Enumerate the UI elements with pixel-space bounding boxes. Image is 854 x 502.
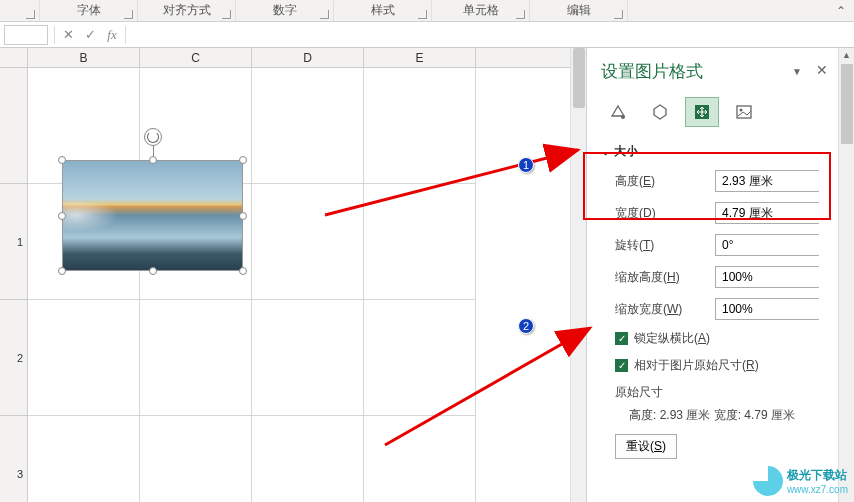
scrollbar-thumb[interactable] <box>841 64 853 144</box>
resize-handle[interactable] <box>58 212 66 220</box>
scale-height-spinner[interactable]: ▲▼ <box>715 266 819 288</box>
size-section-header[interactable]: 大小 <box>601 143 832 160</box>
width-label: 宽度(D) <box>615 205 715 222</box>
watermark-url: www.xz7.com <box>787 484 848 495</box>
scale-height-input[interactable] <box>716 267 854 287</box>
panel-vertical-scrollbar[interactable] <box>838 48 854 502</box>
resize-handle[interactable] <box>239 267 247 275</box>
row-header[interactable]: 2 <box>0 300 28 416</box>
width-input[interactable] <box>716 203 854 223</box>
name-box[interactable] <box>4 25 48 45</box>
annotation-marker-2: 2 <box>518 318 534 334</box>
format-picture-panel: 设置图片格式 ▼ ✕ 大小 高度(E) ▲▼ 宽度(D) ▲▼ 旋转(T) ▲▼ <box>586 48 854 502</box>
row-header[interactable]: 1 <box>0 184 28 300</box>
formula-cancel-button[interactable]: ✕ <box>57 25 79 45</box>
annotation-marker-1: 1 <box>518 157 534 173</box>
lock-aspect-label: 锁定纵横比(A) <box>634 330 710 347</box>
resize-handle[interactable] <box>149 267 157 275</box>
width-spinner[interactable]: ▲▼ <box>715 202 819 224</box>
size-properties-tab-icon[interactable] <box>685 97 719 127</box>
panel-close-button[interactable]: ✕ <box>816 62 828 78</box>
ribbon-group-font: 字体 <box>40 0 138 21</box>
rotation-label: 旋转(T) <box>615 237 715 254</box>
scale-height-label: 缩放高度(H) <box>615 269 715 286</box>
picture-tab-icon[interactable] <box>727 97 761 127</box>
scale-width-label: 缩放宽度(W) <box>615 301 715 318</box>
sheet-vertical-scrollbar[interactable] <box>570 48 586 502</box>
picture-content <box>62 160 243 271</box>
resize-handle[interactable] <box>58 267 66 275</box>
selected-picture[interactable] <box>62 160 243 271</box>
rotation-spinner[interactable]: ▲▼ <box>715 234 819 256</box>
original-size-label: 原始尺寸 <box>601 384 832 401</box>
resize-handle[interactable] <box>239 212 247 220</box>
ribbon-group-labels: 字体 对齐方式 数字 样式 单元格 编辑 ⌃ <box>0 0 854 22</box>
ribbon-group-edit: 编辑 <box>530 0 628 21</box>
relative-original-label: 相对于图片原始尺寸(R) <box>634 357 759 374</box>
resize-handle[interactable] <box>239 156 247 164</box>
relative-original-checkbox[interactable]: ✓ <box>615 359 628 372</box>
column-header[interactable]: D <box>252 48 364 67</box>
resize-handle[interactable] <box>149 156 157 164</box>
watermark: 极光下载站 www.xz7.com <box>753 466 848 496</box>
column-header[interactable]: E <box>364 48 476 67</box>
row-gutter[interactable] <box>0 68 28 184</box>
height-spinner[interactable]: ▲▼ <box>715 170 819 192</box>
select-all-corner[interactable] <box>0 48 28 67</box>
ribbon-group-number: 数字 <box>236 0 334 21</box>
formula-confirm-button[interactable]: ✓ <box>79 25 101 45</box>
panel-options-dropdown[interactable]: ▼ <box>792 66 802 77</box>
row-header[interactable]: 3 <box>0 416 28 502</box>
svg-point-0 <box>621 115 625 119</box>
watermark-logo-icon <box>753 466 783 496</box>
formula-bar: ✕ ✓ fx <box>0 22 854 48</box>
svg-rect-3 <box>737 106 751 118</box>
svg-point-4 <box>740 109 743 112</box>
reset-button[interactable]: 重设(S) <box>615 434 677 459</box>
insert-function-button[interactable]: fx <box>101 25 123 45</box>
height-input[interactable] <box>716 171 854 191</box>
effects-tab-icon[interactable] <box>643 97 677 127</box>
resize-handle[interactable] <box>58 156 66 164</box>
rotation-input[interactable] <box>716 235 854 255</box>
ribbon-group-style: 样式 <box>334 0 432 21</box>
ribbon-group-align: 对齐方式 <box>138 0 236 21</box>
scale-width-input[interactable] <box>716 299 854 319</box>
lock-aspect-checkbox[interactable]: ✓ <box>615 332 628 345</box>
ribbon-group <box>0 0 40 21</box>
original-size-values: 高度: 2.93 厘米 宽度: 4.79 厘米 <box>601 407 832 424</box>
fill-line-tab-icon[interactable] <box>601 97 635 127</box>
rotate-handle-icon[interactable] <box>144 128 162 146</box>
scrollbar-thumb[interactable] <box>573 48 585 108</box>
column-header[interactable]: C <box>140 48 252 67</box>
spreadsheet-grid[interactable]: B C D E 1 2 3 <box>0 48 570 502</box>
column-header[interactable]: B <box>28 48 140 67</box>
scale-width-spinner[interactable]: ▲▼ <box>715 298 819 320</box>
svg-marker-1 <box>654 105 666 119</box>
formula-input[interactable] <box>128 25 854 45</box>
ribbon-group-cell: 单元格 <box>432 0 530 21</box>
watermark-name: 极光下载站 <box>787 467 848 484</box>
height-label: 高度(E) <box>615 173 715 190</box>
ribbon-collapse[interactable]: ⌃ <box>628 0 854 21</box>
